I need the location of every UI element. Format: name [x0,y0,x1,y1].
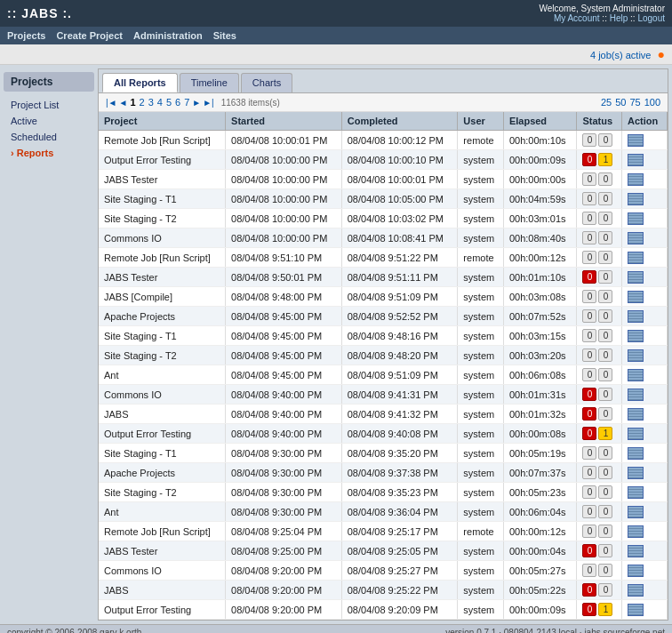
per-page-50[interactable]: 50 [615,97,626,108]
action-icon[interactable] [628,428,644,440]
status-error-badge[interactable]: 0 [582,270,596,284]
status-warn-badge[interactable]: 0 [598,251,612,264]
col-completed[interactable]: Completed [341,112,458,131]
status-error-badge[interactable]: 0 [582,583,596,597]
cell-action[interactable] [622,385,668,405]
action-icon[interactable] [628,134,644,147]
status-warn-badge[interactable]: 0 [598,564,612,577]
cell-action[interactable] [622,307,668,326]
cell-action[interactable] [622,150,668,170]
logout-link[interactable]: Logout [637,13,665,23]
status-error-badge[interactable]: 0 [582,349,596,362]
page-6[interactable]: 6 [175,97,180,108]
col-user[interactable]: User [458,112,504,131]
page-5[interactable]: 5 [166,97,172,108]
status-error-badge[interactable]: 0 [582,407,596,421]
status-error-badge[interactable]: 0 [582,525,596,538]
action-icon[interactable] [628,447,644,460]
cell-action[interactable] [622,268,668,287]
action-icon[interactable] [628,506,644,518]
page-first[interactable]: |◄ [106,98,117,108]
status-error-badge[interactable]: 0 [582,172,596,186]
help-link[interactable]: Help [610,13,628,23]
cell-action[interactable] [622,346,668,365]
status-error-badge[interactable]: 0 [582,329,596,342]
cell-action[interactable] [622,522,668,541]
status-warn-badge[interactable]: 0 [598,583,612,597]
status-warn-badge[interactable]: 0 [598,329,612,342]
action-icon[interactable] [628,173,644,186]
status-warn-badge[interactable]: 1 [598,153,612,166]
cell-action[interactable] [622,131,668,150]
action-icon[interactable] [628,604,644,616]
status-error-badge[interactable]: 0 [582,368,596,381]
status-warn-badge[interactable]: 0 [598,525,612,538]
status-warn-badge[interactable]: 0 [598,270,612,284]
action-icon[interactable] [628,349,644,362]
cell-action[interactable] [622,365,668,385]
col-started[interactable]: Started [226,112,342,131]
nav-projects[interactable]: Projects [7,30,45,41]
cell-action[interactable] [622,248,668,268]
status-error-badge[interactable]: 0 [582,212,596,225]
tab-charts[interactable]: Charts [241,73,292,92]
per-page-25[interactable]: 25 [601,97,612,108]
action-icon[interactable] [628,271,644,284]
action-icon[interactable] [628,232,644,244]
status-warn-badge[interactable]: 0 [598,212,612,225]
page-prev[interactable]: ◄ [119,98,128,108]
status-error-badge[interactable]: 0 [582,153,596,166]
status-warn-badge[interactable]: 0 [598,544,612,557]
cell-action[interactable] [622,581,668,600]
status-warn-badge[interactable]: 0 [598,485,612,499]
action-icon[interactable] [628,291,644,303]
status-warn-badge[interactable]: 0 [598,407,612,421]
col-project[interactable]: Project [99,112,226,131]
per-page-75[interactable]: 75 [629,97,640,108]
action-icon[interactable] [628,467,644,479]
status-warn-badge[interactable]: 0 [598,446,612,460]
cell-action[interactable] [622,170,668,189]
sidebar-item-active[interactable]: Active [4,113,94,129]
cell-action[interactable] [622,541,668,561]
action-icon[interactable] [628,408,644,421]
status-error-badge[interactable]: 0 [582,446,596,460]
cell-action[interactable] [622,189,668,209]
status-error-badge[interactable]: 0 [582,466,596,479]
action-icon[interactable] [628,212,644,225]
cell-action[interactable] [622,326,668,346]
status-warn-badge[interactable]: 0 [598,388,612,401]
tab-all-reports[interactable]: All Reports [102,73,178,92]
nav-create-project[interactable]: Create Project [56,30,123,41]
sidebar-item-reports[interactable]: Reports [4,145,94,161]
status-error-badge[interactable]: 0 [582,564,596,577]
action-icon[interactable] [628,252,644,264]
action-icon[interactable] [628,154,644,166]
status-error-badge[interactable]: 0 [582,192,596,205]
page-7[interactable]: 7 [184,97,189,108]
cell-action[interactable] [622,405,668,424]
page-last[interactable]: ►| [203,98,214,108]
status-error-badge[interactable]: 0 [582,427,596,440]
cell-action[interactable] [622,502,668,522]
col-status[interactable]: Status [577,112,622,131]
status-warn-badge[interactable]: 1 [598,427,612,440]
status-warn-badge[interactable]: 0 [598,368,612,381]
action-icon[interactable] [628,369,644,381]
status-error-badge[interactable]: 0 [582,290,596,303]
action-icon[interactable] [628,545,644,557]
page-3[interactable]: 3 [148,97,154,108]
cell-action[interactable] [622,209,668,228]
cell-action[interactable] [622,444,668,463]
sidebar-item-project-list[interactable]: Project List [4,97,94,113]
status-warn-badge[interactable]: 1 [598,603,612,616]
status-error-badge[interactable]: 0 [582,388,596,401]
nav-sites[interactable]: Sites [213,30,236,41]
page-4[interactable]: 4 [157,97,163,108]
status-error-badge[interactable]: 0 [582,485,596,499]
status-error-badge[interactable]: 0 [582,231,596,244]
nav-administration[interactable]: Administration [133,30,203,41]
status-warn-badge[interactable]: 0 [598,133,612,147]
cell-action[interactable] [622,600,668,620]
status-warn-badge[interactable]: 0 [598,192,612,205]
